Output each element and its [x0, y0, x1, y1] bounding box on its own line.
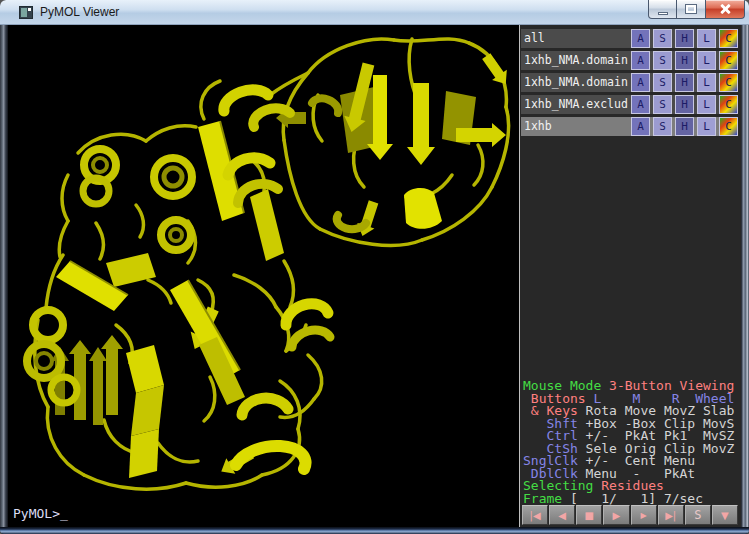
hide-button[interactable]: H	[675, 117, 694, 136]
step-back-icon: ◀	[558, 510, 566, 521]
scene-icon: S	[694, 508, 701, 522]
hide-button[interactable]: H	[675, 29, 694, 48]
side-panel: all A S H L C 1xhb_NMA.domain. A S H L C…	[519, 25, 741, 527]
label-button[interactable]: L	[697, 117, 716, 136]
minimize-icon	[658, 12, 668, 15]
menu-down-button[interactable]: ▼	[712, 505, 738, 525]
object-name[interactable]: 1xhb_NMA.domain.	[521, 73, 628, 92]
object-row-1xhb: 1xhb A S H L C	[521, 117, 738, 136]
hide-button[interactable]: H	[675, 73, 694, 92]
play-button[interactable]: ▶	[603, 505, 629, 525]
object-name[interactable]: 1xhb_NMA.domain.	[521, 51, 628, 70]
action-button[interactable]: A	[631, 51, 650, 70]
window-border-left	[0, 25, 8, 527]
maximize-button[interactable]	[677, 0, 706, 19]
object-name[interactable]: all	[521, 29, 628, 48]
object-row-all: all A S H L C	[521, 29, 738, 48]
menu-down-icon: ▼	[721, 510, 729, 521]
object-name[interactable]: 1xhb	[521, 117, 628, 136]
stop-button[interactable]: ■	[576, 505, 602, 525]
color-button[interactable]: C	[719, 29, 738, 48]
mouse-mode-panel: Mouse Mode 3-Button Viewing Buttons L M …	[523, 380, 740, 505]
show-button[interactable]: S	[653, 73, 672, 92]
window-title: PyMOL Viewer	[40, 5, 119, 19]
object-row-1xhb-nma-domain-2: 1xhb_NMA.domain. A S H L C	[521, 73, 738, 92]
pymol-window: PyMOL Viewer	[0, 0, 749, 534]
action-button[interactable]: A	[631, 29, 650, 48]
step-back-button[interactable]: ◀	[549, 505, 575, 525]
window-border-bottom	[0, 527, 749, 534]
play-icon: ▶	[613, 510, 621, 521]
color-button[interactable]: C	[719, 73, 738, 92]
action-button[interactable]: A	[631, 73, 650, 92]
viewport-3d[interactable]: PyMOL>_	[8, 25, 519, 527]
color-button[interactable]: C	[719, 51, 738, 70]
label-button[interactable]: L	[697, 51, 716, 70]
label-button[interactable]: L	[697, 29, 716, 48]
beta-sheets-layer	[51, 51, 513, 479]
show-button[interactable]: S	[653, 51, 672, 70]
minimize-button[interactable]	[648, 0, 677, 19]
close-icon	[719, 4, 731, 14]
label-button[interactable]: L	[697, 95, 716, 114]
app-icon	[19, 6, 33, 19]
skip-to-start-icon: |◀	[530, 510, 541, 521]
hide-button[interactable]: H	[675, 51, 694, 70]
show-button[interactable]: S	[653, 29, 672, 48]
titlebar[interactable]: PyMOL Viewer	[0, 0, 749, 25]
object-row-1xhb-nma-domain-1: 1xhb_NMA.domain. A S H L C	[521, 51, 738, 70]
playback-controls: |◀ ◀ ■ ▶ ▶ ▶| S ▼	[522, 505, 739, 526]
label-button[interactable]: L	[697, 73, 716, 92]
gl-canvas: PyMOL>_ all A S H L C 1xhb_NMA.domain. A…	[8, 25, 741, 527]
step-forward-button[interactable]: ▶	[631, 505, 657, 525]
frame-value: [ 1/ 1] 7/sec	[562, 491, 703, 506]
object-list: all A S H L C 1xhb_NMA.domain. A S H L C…	[521, 29, 738, 139]
command-prompt[interactable]: PyMOL>_	[13, 506, 68, 521]
close-button[interactable]	[706, 0, 745, 19]
action-button[interactable]: A	[631, 117, 650, 136]
color-button[interactable]: C	[719, 117, 738, 136]
color-button[interactable]: C	[719, 95, 738, 114]
scene-button[interactable]: S	[685, 505, 711, 525]
action-button[interactable]: A	[631, 95, 650, 114]
frame-line: Frame [ 1/ 1] 7/sec	[523, 493, 740, 506]
frame-label: Frame	[523, 491, 562, 506]
skip-to-end-button[interactable]: ▶|	[658, 505, 684, 525]
step-forward-icon: ▶	[640, 511, 646, 520]
hide-button[interactable]: H	[675, 95, 694, 114]
skip-to-end-icon: ▶|	[665, 510, 676, 521]
stop-icon: ■	[585, 510, 594, 521]
object-row-1xhb-nma-exclude: 1xhb_NMA.exclude A S H L C	[521, 95, 738, 114]
show-button[interactable]: S	[653, 95, 672, 114]
skip-to-start-button[interactable]: |◀	[522, 505, 548, 525]
molecule-ribbon	[8, 25, 519, 527]
show-button[interactable]: S	[653, 117, 672, 136]
window-border-right	[741, 25, 749, 527]
maximize-icon	[686, 5, 696, 13]
window-controls	[648, 0, 745, 19]
object-name[interactable]: 1xhb_NMA.exclude	[521, 95, 628, 114]
